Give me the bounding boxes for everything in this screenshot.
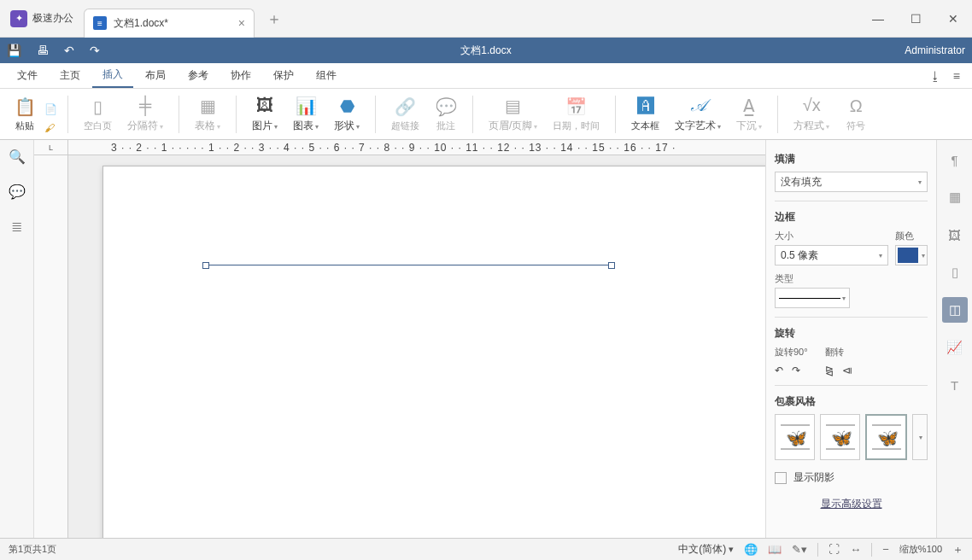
border-color-picker[interactable]: ▾ [895,245,928,265]
image-button[interactable]: 🖼图片▾ [247,94,283,135]
chart-panel-icon[interactable]: 📈 [942,335,968,360]
page-status: 第1页共1页 [9,543,56,556]
rotate-ccw-icon[interactable]: ↶ [775,365,783,376]
zoom-in-button[interactable]: ＋ [952,542,963,557]
new-tab-button[interactable]: ＋ [266,9,282,29]
print-icon[interactable]: 🖶 [37,44,49,57]
redo-icon[interactable]: ↷ [90,44,100,57]
search-icon[interactable]: 🔍 [9,149,26,165]
image-icon: 🖼 [256,96,273,116]
tab-protect[interactable]: 保护 [263,64,304,87]
wrap-style-3[interactable]: 🦋 [865,414,907,460]
comment-icon: 💬 [436,96,457,117]
show-shadow-checkbox[interactable]: 显示阴影 [775,470,928,485]
wrap-style-2[interactable]: 🦋 [820,414,860,460]
advanced-settings-link[interactable]: 显示高级设置 [775,497,928,511]
tab-home[interactable]: 主页 [50,64,91,87]
format-painter-icon[interactable]: 🖌 [44,122,57,134]
color-chip [898,248,918,263]
fit-width-icon[interactable]: ↔ [850,543,861,556]
page-break-button: ╪分隔符▾ [122,94,168,135]
globe-icon[interactable]: 🌐 [744,543,758,556]
tab-reference[interactable]: 参考 [178,64,219,87]
shape-icon: ⬣ [340,96,354,116]
outline-icon[interactable]: ≣ [11,219,22,235]
track-changes-icon[interactable]: ✎▾ [792,543,807,556]
open-file-location-icon[interactable]: ⭳ [929,69,941,83]
checkbox-box [775,472,787,484]
wrap-more-button[interactable]: ▾ [912,414,928,460]
horizontal-ruler[interactable]: 3 · · 2 · · 1 · · · · · 1 · · 2 · · 3 · … [68,140,765,155]
paste-button[interactable]: 📋 粘贴 [9,95,41,134]
vertical-ruler[interactable] [34,155,68,538]
rotate-heading: 旋转 [775,326,928,341]
copy-icon[interactable]: 📄 [44,103,57,115]
doc-icon: ≡ [93,16,107,30]
doc-title: 文档1.docx [460,44,511,58]
zoom-out-button[interactable]: − [882,543,889,556]
tab-layout[interactable]: 布局 [135,64,176,87]
document-tab[interactable]: ≡ 文档1.docx* × [84,9,255,38]
rotate-cw-icon[interactable]: ↷ [792,365,800,376]
app-name: 极速办公 [32,11,73,26]
fill-select[interactable]: 没有填充▾ [775,172,928,192]
comments-panel-icon[interactable]: 💬 [9,184,26,200]
ribbon-insert: 📋 粘贴 📄 🖌 ▯空白页 ╪分隔符▾ ▦表格▾ 🖼图片▾ 📊图表▾ ⬣形状▾ … [0,89,972,140]
tab-collab[interactable]: 协作 [220,64,261,87]
spellcheck-icon[interactable]: 📖 [768,543,782,556]
border-size-select[interactable]: 0.5 像素▾ [775,245,888,265]
ruler-corner[interactable]: L [34,140,68,155]
undo-icon[interactable]: ↶ [64,44,74,57]
blank-page-button: ▯空白页 [79,95,117,134]
resize-handle-right[interactable] [608,262,615,269]
table-panel-icon[interactable]: ▦ [942,184,968,210]
wordart-panel-icon[interactable]: T [942,372,968,398]
border-heading: 边框 [775,210,928,225]
blank-page-icon: ▯ [93,96,102,117]
tab-plugin[interactable]: 组件 [306,64,347,87]
minimize-button[interactable]: — [859,0,897,38]
shape-panel-icon[interactable]: ◫ [942,297,968,323]
border-type-label: 类型 [775,272,928,285]
zoom-level[interactable]: 缩放%100 [899,543,942,556]
menu-bar: 文件 主页 插入 布局 参考 协作 保护 组件 ⭳ ≡ [0,63,972,89]
flip-vertical-icon[interactable]: ⧎ [825,365,834,376]
selected-line-shape[interactable] [206,265,612,265]
symbol-icon: Ω [850,96,863,117]
flip-label: 翻转 [825,346,852,359]
page[interactable] [102,166,765,538]
border-style-select[interactable]: ▾ [775,288,850,308]
header-footer-button: ▤页眉/页脚▾ [483,94,542,135]
table-icon: ▦ [200,96,216,116]
fit-page-icon[interactable]: ⛶ [829,543,840,556]
hamburger-icon[interactable]: ≡ [953,69,960,83]
wrap-style-1[interactable]: 🦋 [775,414,815,460]
chart-button[interactable]: 📊图表▾ [288,94,324,135]
document-canvas[interactable]: L 3 · · 2 · · 1 · · · · · 1 · · 2 · · 3 … [34,140,765,538]
flip-horizontal-icon[interactable]: ⧏ [842,365,852,376]
wrap-heading: 包裹风格 [775,394,928,409]
maximize-button[interactable]: ☐ [897,0,934,38]
wordart-button[interactable]: 𝒜文字艺术▾ [670,94,726,135]
symbol-button: Ω符号 [840,95,872,134]
close-tab-button[interactable]: × [238,16,245,30]
shape-button[interactable]: ⬣形状▾ [329,94,365,135]
fill-heading: 填满 [775,152,928,166]
app-icon: ✦ [10,10,27,27]
language-status[interactable]: 中文(简体) ▾ [678,542,734,557]
save-icon[interactable]: 💾 [7,44,21,57]
image-panel-icon[interactable]: 🖼 [942,222,968,248]
border-color-label: 颜色 [895,230,928,242]
tab-file[interactable]: 文件 [7,64,48,87]
app-brand: ✦ 极速办公 [0,0,84,37]
hyperlink-button: 🔗超链接 [386,95,425,134]
user-label[interactable]: Administrator [905,44,965,56]
paragraph-panel-icon[interactable]: ¶ [942,147,968,172]
resize-handle-left[interactable] [202,262,209,269]
tab-insert[interactable]: 插入 [92,63,133,88]
header-panel-icon[interactable]: ▯ [942,260,968,285]
close-window-button[interactable]: ✕ [934,0,972,38]
border-size-label: 大小 [775,230,888,242]
right-sidebar: ¶ ▦ 🖼 ▯ ◫ 📈 T [936,140,972,538]
textbox-button[interactable]: 🅰文本框 [626,95,665,134]
